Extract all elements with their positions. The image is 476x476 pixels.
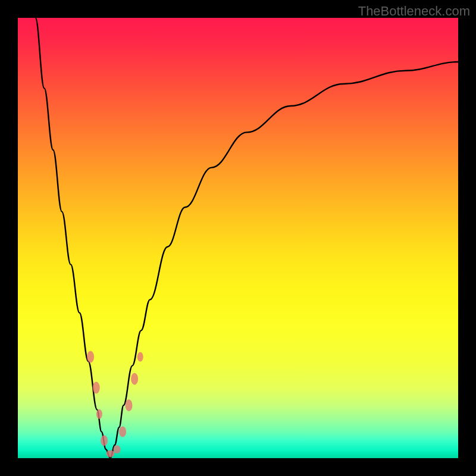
data-marker <box>119 427 126 437</box>
data-marker <box>114 445 121 453</box>
curve-right-branch <box>110 62 458 458</box>
data-marker <box>96 409 102 419</box>
data-marker <box>101 435 108 446</box>
data-marker <box>125 399 132 411</box>
curve-left-branch <box>36 18 111 458</box>
watermark-text: TheBottleneck.com <box>358 4 470 19</box>
data-marker <box>87 351 94 363</box>
plot-area <box>18 18 458 458</box>
data-marker <box>131 373 138 385</box>
chart-frame: TheBottleneck.com <box>0 0 476 476</box>
curve-layer <box>18 18 458 458</box>
data-marker <box>137 352 143 362</box>
data-marker <box>93 382 100 394</box>
data-marker <box>106 450 114 458</box>
